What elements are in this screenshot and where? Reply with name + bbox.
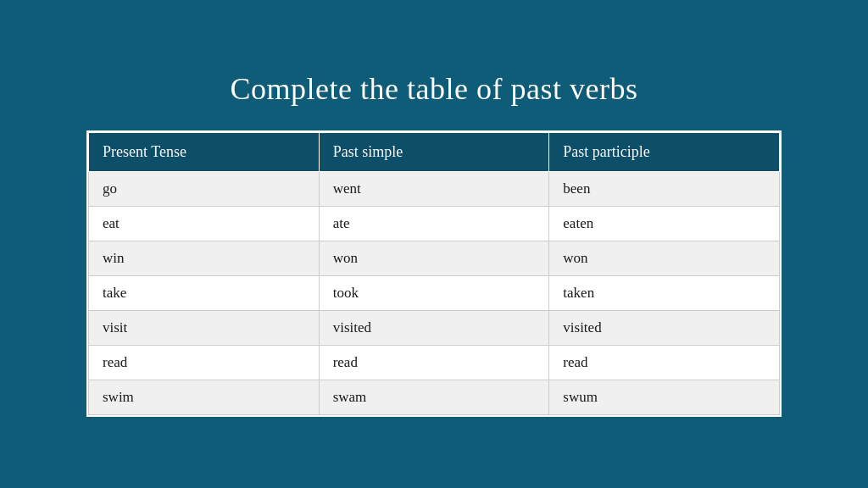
table-cell: read (549, 346, 780, 380)
table-row: readreadread (89, 346, 780, 380)
table-cell: swim (89, 380, 320, 415)
table-cell: take (89, 276, 320, 311)
table-cell: been (549, 172, 780, 207)
verb-table: Present Tense Past simple Past participl… (88, 132, 780, 415)
table-cell: swam (319, 380, 549, 415)
table-row: gowentbeen (89, 172, 780, 207)
table-cell: visited (319, 311, 549, 346)
table-cell: ate (319, 207, 549, 241)
table-cell: went (319, 172, 549, 207)
header-present-tense: Present Tense (89, 133, 320, 172)
table-header-row: Present Tense Past simple Past participl… (89, 133, 780, 172)
table-cell: taken (549, 276, 780, 311)
table-cell: read (319, 346, 549, 380)
table-cell: swum (549, 380, 780, 415)
table-row: swimswamswum (89, 380, 780, 415)
table-cell: visit (89, 311, 320, 346)
table-cell: eat (89, 207, 320, 241)
table-cell: took (319, 276, 549, 311)
table-cell: eaten (549, 207, 780, 241)
verb-table-container: Present Tense Past simple Past participl… (86, 130, 782, 417)
table-cell: go (89, 172, 320, 207)
table-row: visitvisitedvisited (89, 311, 780, 346)
page-title: Complete the table of past verbs (231, 71, 638, 107)
table-cell: read (89, 346, 320, 380)
table-row: winwonwon (89, 241, 780, 276)
table-cell: visited (549, 311, 780, 346)
table-row: taketooktaken (89, 276, 780, 311)
table-cell: win (89, 241, 320, 276)
table-cell: won (319, 241, 549, 276)
table-row: eatateeaten (89, 207, 780, 241)
header-past-simple: Past simple (319, 133, 549, 172)
header-past-participle: Past participle (549, 133, 780, 172)
table-cell: won (549, 241, 780, 276)
